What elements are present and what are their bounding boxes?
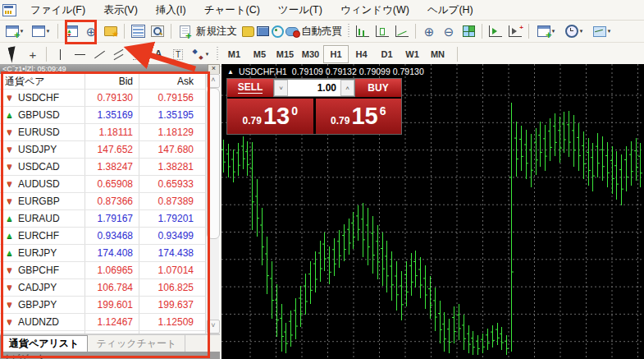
bid-value: 0.79130 [85, 90, 139, 106]
close-icon[interactable]: × [208, 64, 220, 74]
arrows-button[interactable]: ▼ [188, 45, 214, 63]
timeframe-button-h1[interactable]: H1 [323, 45, 349, 63]
menu-item-4[interactable]: ツール(T) [269, 2, 331, 19]
market-watch-button[interactable]: ▲▼ [62, 22, 81, 40]
market-watch-row-gbpusd[interactable]: ▲GBPUSD1.351691.35195 [0, 107, 205, 124]
buy-price-big: 15 [351, 104, 377, 128]
periods-button[interactable]: ▼ [560, 22, 588, 40]
toolbar-separator [46, 47, 47, 62]
navigator-button[interactable] [101, 22, 121, 40]
market-button[interactable] [285, 22, 299, 40]
text-button[interactable]: A [148, 45, 168, 63]
scroll-down-icon[interactable]: ˅ [207, 320, 220, 334]
column-header-ask[interactable]: Ask [139, 74, 199, 89]
toolbar-separator [171, 24, 171, 39]
market-watch-row-eurgbp[interactable]: ▼EURGBP0.873660.87389 [0, 193, 205, 210]
cursor-button[interactable] [3, 45, 23, 63]
chart-shift-button[interactable]: + [505, 22, 525, 40]
new-order-button[interactable]: + [175, 22, 194, 40]
text-label-button[interactable]: T [168, 45, 188, 63]
vertical-line-button[interactable] [50, 45, 70, 63]
market-watch-row-gbpchf[interactable]: ▼GBPCHF1.069651.07014 [0, 262, 205, 279]
data-window-button[interactable]: ⊕ [81, 22, 101, 40]
market-watch-tab-1[interactable]: ティックチャート [88, 335, 185, 352]
buy-button[interactable]: BUY [355, 79, 401, 97]
market-watch-row-euraud[interactable]: ▲EURAUD1.791671.79201 [0, 210, 205, 228]
timeframe-button-d1[interactable]: D1 [374, 45, 400, 63]
scrollbar[interactable]: ˄ ˅ [205, 74, 219, 334]
menu-item-6[interactable]: ヘルプ(H) [418, 2, 482, 19]
sell-price-panel[interactable]: 0.79 13 0 [227, 99, 313, 134]
pair-name: GBPJPY [18, 299, 57, 311]
market-watch-row-usdcad[interactable]: ▼USDCAD1.382471.38281 [0, 159, 205, 176]
toolbar-separator [457, 47, 458, 62]
column-header-bid[interactable]: Bid [85, 74, 139, 89]
templates-button[interactable]: ▼ [588, 22, 616, 40]
strategy-tester-button[interactable] [148, 22, 167, 40]
menu-item-0[interactable]: ファイル(F) [21, 2, 94, 19]
sell-price-pip: 0 [291, 104, 298, 117]
market-watch-row-audusd[interactable]: ▼AUDUSD0.659080.65933 [0, 176, 205, 193]
channel-icon [113, 49, 125, 59]
profiles-button[interactable]: ▼ [28, 22, 54, 40]
new-chart-button[interactable]: +▼ [2, 22, 28, 40]
mql-community-button[interactable] [255, 22, 270, 40]
market-watch-tab-0[interactable]: 通貨ペアリスト [0, 335, 88, 352]
crosshair-button[interactable]: + [23, 45, 43, 63]
market-watch-row-eurusd[interactable]: ▼EURUSD1.181111.18129 [0, 124, 205, 141]
menu-item-3[interactable]: チャート(C) [195, 2, 269, 19]
market-watch-panel: <C˝z1•|Z|: 05:09:49 × 通貨ペア Bid Ask ▼USDC… [0, 64, 220, 359]
column-header-symbol[interactable]: 通貨ペア [0, 74, 85, 89]
line-chart-button[interactable] [392, 22, 412, 40]
volume-increase-icon[interactable]: ˄ [340, 80, 354, 96]
bid-value: 1.12467 [85, 314, 139, 330]
volume-decrease-icon[interactable]: ˅ [274, 80, 288, 96]
chevron-down-icon: ▼ [607, 29, 612, 34]
terminal-button[interactable] [128, 22, 148, 40]
timeframe-button-m5[interactable]: M5 [247, 45, 272, 63]
horizontal-line-button[interactable] [70, 45, 89, 63]
market-watch-row-usdjpy[interactable]: ▼USDJPY147.652147.680 [0, 141, 205, 159]
bid-value: 174.408 [85, 245, 139, 261]
market-watch-row-eurchf[interactable]: ▲EURCHF0.934680.93499 [0, 228, 205, 245]
menu-item-1[interactable]: 表示(V) [94, 2, 147, 19]
sell-button[interactable]: SELL [227, 79, 273, 97]
menu-item-2[interactable]: 挿入(I) [147, 2, 195, 19]
timeframe-button-m30[interactable]: M30 [298, 45, 323, 63]
market-watch-row-usdchf[interactable]: ▼USDCHF0.791300.79156 [0, 90, 205, 107]
scroll-up-icon[interactable]: ˄ [207, 74, 220, 88]
timeframe-button-mn[interactable]: MN [425, 45, 450, 63]
buy-price-panel[interactable]: 0.79 15 6 [316, 99, 402, 134]
menu-item-5[interactable]: ウィンドウ(W) [331, 2, 418, 19]
auto-trading-label[interactable]: 自動売買 [301, 25, 342, 39]
market-watch-row-eurjpy[interactable]: ▲EURJPY174.408174.438 [0, 245, 205, 262]
candlestick-chart-button[interactable] [372, 22, 392, 40]
new-order-label[interactable]: 新規注文 [196, 25, 237, 39]
market-watch-row-audcad[interactable]: ▲AUDCAD0.911230.91163 [0, 331, 205, 334]
zoom-in-button[interactable]: ⊕ [419, 22, 439, 40]
fibonacci-button[interactable] [129, 45, 148, 63]
standard-toolbar: +▼ ▼ ▲▼ ⊕ + 新規注文 自動売買 ⊕ ⊖ + + [0, 21, 644, 43]
trendline-button[interactable] [89, 45, 109, 63]
zoom-out-button[interactable]: ⊖ [439, 22, 459, 40]
timeframe-button-m15[interactable]: M15 [272, 45, 298, 63]
tile-windows-button[interactable] [459, 22, 478, 40]
scrollbar-thumb[interactable] [207, 88, 220, 239]
timeframe-button-m1[interactable]: M1 [222, 45, 247, 63]
market-watch-row-audnzd[interactable]: ▼AUDNZD1.124671.12509 [0, 314, 205, 331]
chart-window[interactable]: ▲ USDCHF,H1 0.79109 0.79132 0.79099 0.79… [222, 64, 644, 359]
market-watch-row-cadjpy[interactable]: ▼CADJPY106.784106.825 [0, 279, 205, 297]
channel-button[interactable] [109, 45, 129, 63]
timeframe-button-w1[interactable]: W1 [400, 45, 425, 63]
timeframe-button-h4[interactable]: H4 [349, 45, 374, 63]
arrow-down-icon: ▼ [5, 197, 14, 205]
collapse-icon[interactable]: ▲ [227, 68, 234, 76]
market-watch-row-gbpjpy[interactable]: ▼GBPJPY199.601199.637 [0, 297, 205, 314]
bar-chart-button[interactable] [353, 22, 372, 40]
market-watch-titlebar: <C˝z1•|Z|: 05:09:49 × [0, 64, 220, 74]
metaeditor-button[interactable] [240, 22, 255, 40]
signals-button[interactable] [270, 22, 285, 40]
auto-scroll-button[interactable] [486, 22, 505, 40]
volume-value[interactable]: 1.00 [288, 80, 340, 96]
indicators-button[interactable]: +▼ [532, 22, 560, 40]
